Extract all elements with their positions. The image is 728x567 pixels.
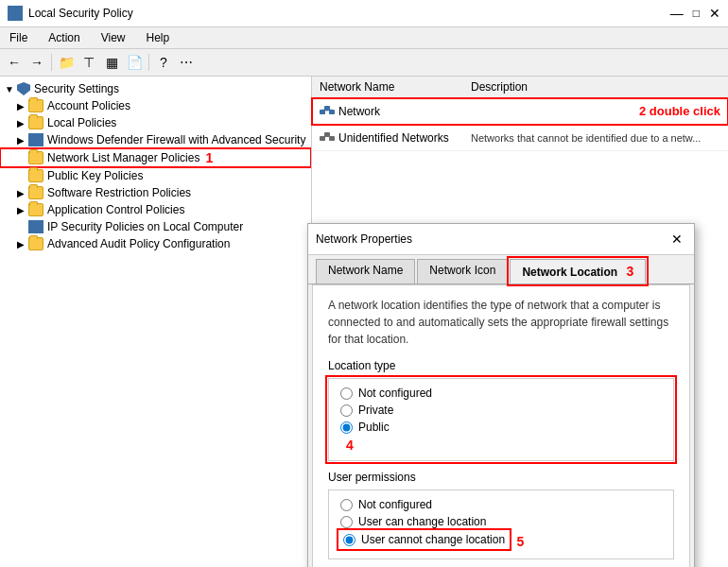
tree-label: Network List Manager Policies [47, 151, 199, 164]
svg-rect-7 [329, 136, 335, 141]
up-button[interactable]: 📁 [56, 52, 77, 73]
radio-label-not-configured: Not configured [358, 387, 432, 400]
step3-annotation: 3 [626, 264, 633, 279]
unidentified-name-cell: Unidentified Networks [320, 129, 471, 146]
radio-public[interactable]: Public [340, 421, 662, 434]
expand-icon: ▼ [4, 83, 15, 94]
radio-input-perm-not-configured[interactable] [340, 499, 353, 511]
radio-input-cannot-change[interactable] [343, 534, 355, 546]
back-button[interactable]: ← [4, 52, 25, 73]
svg-rect-5 [320, 136, 325, 141]
tree-label: Software Restriction Policies [47, 186, 191, 199]
radio-input-public[interactable] [340, 421, 353, 434]
tab-network-location[interactable]: Network Location 3 [510, 259, 646, 284]
expand-icon: ▶ [15, 100, 26, 112]
dialog-close-button[interactable]: ✕ [667, 230, 686, 249]
radio-label-perm-not-configured: Not configured [358, 498, 432, 511]
main-layout: ▼ Security Settings ▶ Account Policies ▶… [0, 77, 728, 567]
tree-label: Account Policies [47, 99, 130, 112]
table-row-network[interactable]: Network 2 double click [312, 98, 728, 125]
network-icon-2 [320, 129, 335, 146]
app-icon [8, 6, 23, 21]
radio-perm-can-change[interactable]: User can change location [340, 515, 662, 528]
dialog-tabs: Network Name Network Icon Network Locati… [308, 255, 694, 284]
menu-action[interactable]: Action [43, 29, 85, 46]
shield-folder-icon [28, 133, 43, 146]
folder-icon [28, 151, 43, 164]
dialog-title-bar: Network Properties ✕ [308, 224, 694, 255]
tree-item-network-list-manager[interactable]: Network List Manager Policies 1 [0, 148, 311, 167]
tree-label: Public Key Policies [47, 169, 143, 182]
radio-label-private: Private [358, 404, 393, 417]
radio-private[interactable]: Private [340, 404, 662, 417]
radio-perm-cannot-change[interactable]: User cannot change location [340, 532, 508, 547]
expand-icon: ▶ [15, 134, 26, 146]
minimize-btn[interactable]: ― [670, 6, 684, 21]
expand-icon [15, 221, 26, 232]
network-properties-dialog: Network Properties ✕ Network Name Networ… [307, 223, 695, 567]
dialog-body: A network location identifies the type o… [312, 284, 690, 567]
menu-file[interactable]: File [4, 29, 33, 46]
tab-network-icon[interactable]: Network Icon [417, 259, 508, 284]
col-header-name: Network Name [320, 80, 471, 94]
tree-label: Local Policies [47, 116, 116, 129]
dblclick-annotation: 2 double click [639, 104, 720, 118]
tree-item-local-policies[interactable]: ▶ Local Policies [0, 114, 311, 131]
tree-item-audit-policy[interactable]: ▶ Advanced Audit Policy Configuration [0, 235, 311, 252]
left-panel: ▼ Security Settings ▶ Account Policies ▶… [0, 77, 312, 567]
dialog-title-label: Network Properties [316, 232, 412, 246]
step5-annotation: 5 [516, 534, 524, 549]
tree-item-windows-defender[interactable]: ▶ Windows Defender Firewall with Advance… [0, 131, 311, 148]
menu-view[interactable]: View [95, 29, 131, 46]
show-action-pane-button[interactable]: ⊤ [78, 52, 99, 73]
window-title: Local Security Policy [28, 7, 133, 20]
network-name-cell: Network [320, 102, 471, 120]
table-row-unidentified[interactable]: Unidentified Networks Networks that cann… [312, 125, 728, 151]
tree-label: Windows Defender Firewall with Advanced … [47, 133, 305, 146]
radio-label-cannot-change: User cannot change location [361, 533, 505, 546]
tree-label: Security Settings [34, 82, 119, 95]
location-type-label: Location type [328, 359, 674, 372]
folder-icon [28, 203, 43, 216]
tree-item-public-key[interactable]: Public Key Policies [0, 167, 311, 184]
export-button[interactable]: 📄 [124, 52, 145, 73]
radio-perm-not-configured[interactable]: Not configured [340, 498, 662, 511]
user-permissions-group: Not configured User can change location … [328, 490, 674, 559]
toolbar: ← → 📁 ⊤ ▦ 📄 ? ⋯ [0, 49, 728, 77]
tree-item-software-restriction[interactable]: ▶ Software Restriction Policies [0, 184, 311, 201]
user-permissions-label: User permissions [328, 471, 674, 484]
tree-item-security-settings[interactable]: ▼ Security Settings [0, 80, 311, 97]
unidentified-desc-cell: Networks that cannot be identified due t… [471, 132, 720, 144]
menu-help[interactable]: Help [141, 29, 176, 46]
radio-input-can-change[interactable] [340, 516, 353, 528]
tab-network-name[interactable]: Network Name [316, 259, 415, 284]
folder-icon [28, 116, 43, 129]
radio-not-configured[interactable]: Not configured [340, 387, 662, 400]
menu-bar: File Action View Help [0, 27, 728, 49]
radio-input-private[interactable] [340, 404, 353, 417]
expand-icon: ▶ [15, 238, 26, 249]
restore-btn[interactable]: □ [693, 7, 700, 20]
folder-icon [28, 169, 43, 182]
tree-label: Advanced Audit Policy Configuration [47, 237, 230, 250]
expand-icon: ▶ [15, 117, 26, 129]
network-name-label: Network [338, 105, 380, 118]
tree-item-ipsec[interactable]: IP Security Policies on Local Computer [0, 218, 311, 235]
expand-icon [15, 152, 26, 163]
location-type-group: Not configured Private Public 4 [328, 378, 674, 461]
step4-annotation: 4 [346, 438, 354, 453]
close-btn[interactable]: ✕ [709, 6, 720, 21]
title-bar: Local Security Policy ― □ ✕ [0, 0, 728, 27]
folder-icon [28, 186, 43, 199]
tree-item-app-control[interactable]: ▶ Application Control Policies [0, 201, 311, 218]
options-button[interactable]: ⋯ [176, 52, 197, 73]
tree-label: IP Security Policies on Local Computer [47, 220, 243, 233]
forward-button[interactable]: → [26, 52, 47, 73]
toolbar-separator-2 [148, 54, 149, 71]
help-button[interactable]: ? [153, 52, 174, 73]
radio-label-public: Public [358, 421, 390, 434]
tree-item-account-policies[interactable]: ▶ Account Policies [0, 97, 311, 114]
radio-input-not-configured[interactable] [340, 387, 353, 400]
more-views-button[interactable]: ▦ [101, 52, 122, 73]
network-icon [320, 102, 335, 120]
